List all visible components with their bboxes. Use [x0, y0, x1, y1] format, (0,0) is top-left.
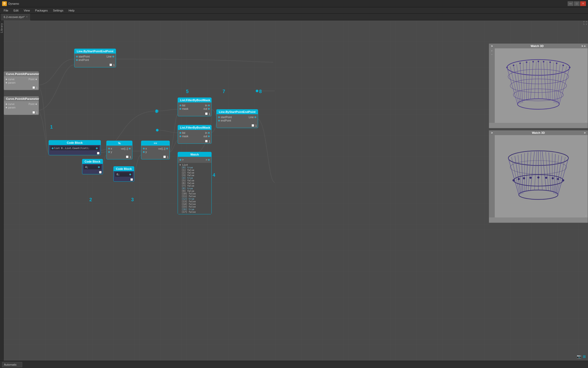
node-curve2[interactable]: Curve.PointAtParameter curve Point p: [4, 96, 39, 115]
node-checkbox[interactable]: [99, 171, 102, 174]
node-watch[interactable]: Watch > > ▼ List [0] true [1] false: [178, 152, 212, 214]
port-dot: [208, 159, 210, 161]
menu-file[interactable]: File: [1, 7, 11, 14]
node-footer: [114, 178, 134, 181]
node-checkbox[interactable]: [32, 111, 35, 114]
port-row: > >: [179, 158, 210, 161]
list-item: [10] false: [179, 192, 210, 195]
port-out1-right: out: [203, 107, 210, 110]
node-line2[interactable]: Line.ByStartPointEndPoint startPoint Lin…: [216, 109, 258, 128]
node-line1-header: Line.ByStartPointEndPoint: [74, 49, 116, 54]
port-list2-left: list: [179, 131, 185, 134]
port-dot: [254, 116, 256, 118]
port-dot: [52, 147, 54, 149]
port-dot: [98, 166, 100, 168]
menu-packages[interactable]: Packages: [32, 7, 50, 14]
minimize-button[interactable]: —: [568, 1, 573, 6]
list-item: [1] false: [179, 169, 210, 171]
node-checkbox[interactable]: [205, 140, 208, 142]
node-checkbox[interactable]: [252, 124, 254, 127]
node-codeblock3[interactable]: Code Block 0;: [113, 166, 134, 182]
node-modulo-body: x var[]..[] y: [107, 146, 132, 155]
library-sidebar[interactable]: Library: [0, 20, 4, 368]
port-dot: [208, 132, 210, 134]
node-checkbox[interactable]: [32, 86, 35, 89]
canvas[interactable]: Line.ByStartPointEndPoint startPoint Lin…: [4, 20, 588, 368]
node-filter1[interactable]: List.FilterByBoolMask list in mask: [178, 97, 212, 116]
grid-icon[interactable]: ⊞: [583, 354, 586, 359]
svg-point-4: [517, 99, 559, 109]
port-dot: [129, 148, 131, 150]
code-content2[interactable]: 4;: [84, 165, 101, 169]
node-equals-body: x var[]..[] y: [141, 146, 170, 155]
port-row: list in: [179, 131, 210, 134]
expand-icon[interactable]: ⛶: [583, 21, 587, 25]
label-2: 2: [89, 197, 92, 203]
node-checkbox[interactable]: [130, 178, 133, 181]
menu-view[interactable]: View: [21, 7, 33, 14]
title-bar: D Dynamo — □ ✕: [0, 0, 588, 7]
window-controls: — □ ✕: [568, 1, 586, 6]
svg-point-33: [532, 61, 534, 62]
port-mask2-left: mask: [179, 135, 188, 138]
watch3d-top-sidebar: + −: [489, 48, 495, 123]
list-item: [12] true: [179, 198, 210, 200]
svg-line-45: [526, 152, 528, 191]
camera-icon[interactable]: 📷: [577, 354, 581, 359]
node-modulo-header: %: [107, 141, 132, 146]
code-text: list 0..List.Count(list);: [54, 147, 89, 150]
list-item: [16] true: [179, 208, 210, 211]
menu-help[interactable]: Help: [66, 7, 77, 14]
node-equals[interactable]: == x var[]..[] y: [141, 141, 170, 159]
run-mode-dropdown[interactable]: Automatic: [2, 362, 22, 367]
menu-settings[interactable]: Settings: [50, 7, 66, 14]
code-content[interactable]: list 0..List.Count(list);: [50, 146, 99, 150]
maximize-button[interactable]: □: [574, 1, 580, 6]
node-line2-header: Line.ByStartPointEndPoint: [217, 110, 258, 114]
port-dot: [108, 151, 110, 153]
node-watch-header: Watch: [178, 152, 211, 157]
resize-icon: ↙: [585, 120, 587, 122]
svg-line-58: [540, 151, 542, 190]
node-equals-header: ==: [141, 141, 170, 146]
node-footer: 1: [178, 112, 211, 116]
tab-file[interactable]: 6.2-recover.dyn* ×: [1, 14, 31, 20]
port-row: y: [143, 151, 168, 153]
node-modulo[interactable]: % x var[]..[] y: [106, 141, 132, 159]
node-checkbox[interactable]: [126, 156, 129, 158]
list-item: [2] false: [179, 171, 210, 174]
node-filter1-header: List.FilterByBoolMask: [178, 98, 211, 102]
port-out2-right: out: [203, 135, 210, 138]
node-footer: [49, 151, 101, 155]
node-codeblock2[interactable]: Code Block 4;: [82, 159, 103, 174]
watch3d-top-content: + −: [489, 48, 588, 123]
node-checkbox[interactable]: [97, 152, 100, 154]
node-curve1[interactable]: Curve.PointAtParameter curve Point p: [4, 71, 39, 90]
node-checkbox[interactable]: [205, 112, 208, 115]
svg-line-18: [523, 62, 525, 101]
watch-list: ▼ List [0] true [1] false [2] false [3] …: [178, 163, 211, 214]
resize-icon: ↙: [585, 214, 587, 217]
node-codeblock1[interactable]: Code Block list 0..List.Count(list);: [49, 140, 101, 155]
node-filter1-body: list in mask out: [178, 102, 211, 112]
node-curve1-body: curve Point param: [4, 76, 39, 86]
port-dot: [143, 151, 145, 153]
port-curve-left: curve: [5, 78, 14, 81]
port-startpoint2-left: startPoint: [218, 116, 232, 119]
code-content3[interactable]: 0;: [115, 172, 132, 177]
node-footer: 1: [107, 155, 132, 159]
close-button[interactable]: ✕: [580, 1, 586, 6]
node-footer: 1: [178, 139, 211, 143]
node-checkbox[interactable]: [109, 64, 112, 66]
svg-point-39: [569, 67, 570, 68]
menu-edit[interactable]: Edit: [11, 7, 21, 14]
tab-close-icon[interactable]: ×: [26, 15, 28, 18]
port-endpoint2-left: endPoint: [218, 119, 231, 122]
port-dot: [35, 103, 37, 105]
node-line1[interactable]: Line.ByStartPointEndPoint startPoint Lin…: [74, 49, 116, 67]
node-checkbox[interactable]: [163, 156, 166, 158]
node-line1-body: startPoint Line endPoint: [74, 54, 116, 63]
port-dot: [96, 147, 98, 149]
label-8: 8: [259, 89, 262, 94]
node-filter2[interactable]: List.FilterByBoolMask list in mask: [178, 125, 212, 144]
